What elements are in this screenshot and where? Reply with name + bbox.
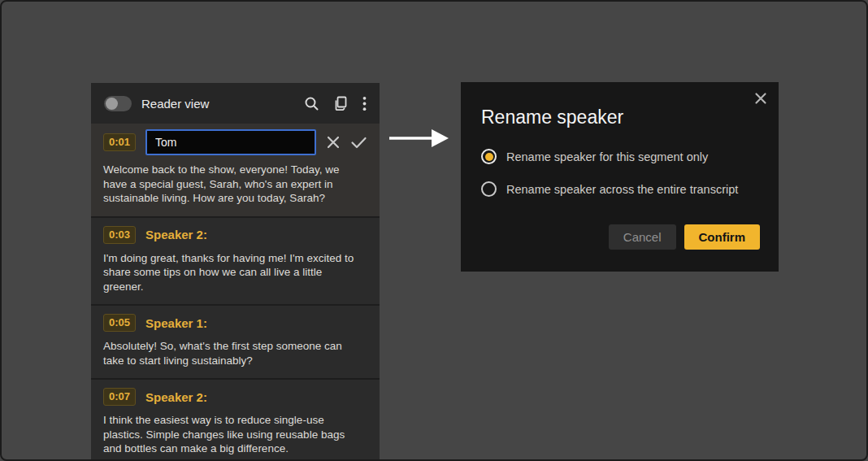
- search-icon[interactable]: [304, 96, 319, 111]
- overflow-menu-icon[interactable]: [362, 96, 367, 111]
- transcript-segment[interactable]: 0:03 Speaker 2: I'm doing great, thanks …: [91, 218, 380, 305]
- segment-text: I think the easiest way is to reduce sin…: [103, 413, 365, 456]
- rename-speaker-dialog: Rename speaker Rename speaker for this s…: [461, 82, 779, 272]
- radio-selected-icon: [481, 149, 497, 164]
- flow-arrow-icon: [387, 125, 452, 154]
- copy-icon[interactable]: [333, 96, 349, 111]
- app-screen: Reader view 0:01: [0, 0, 868, 461]
- radio-option-segment-only[interactable]: Rename speaker for this segment only: [481, 149, 758, 164]
- radio-option-label: Rename speaker for this segment only: [506, 150, 708, 163]
- transcript-segment[interactable]: 0:07 Speaker 2: I think the easiest way …: [91, 380, 380, 461]
- speaker-name-input[interactable]: [145, 129, 316, 155]
- timestamp-badge[interactable]: 0:01: [103, 133, 136, 151]
- timestamp-badge[interactable]: 0:05: [103, 314, 136, 332]
- reader-view-label: Reader view: [141, 97, 304, 111]
- dialog-buttons: Cancel Confirm: [609, 224, 760, 250]
- segment-text: Welcome back to the show, everyone! Toda…: [103, 163, 365, 206]
- radio-option-label: Rename speaker across the entire transcr…: [506, 183, 738, 196]
- radio-option-entire-transcript[interactable]: Rename speaker across the entire transcr…: [481, 181, 758, 197]
- transcript-panel: Reader view 0:01: [91, 83, 380, 461]
- timestamp-badge[interactable]: 0:07: [103, 388, 136, 406]
- timestamp-badge[interactable]: 0:03: [103, 226, 136, 244]
- dialog-title: Rename speaker: [481, 107, 758, 128]
- rename-scope-options: Rename speaker for this segment only Ren…: [481, 149, 758, 197]
- toggle-knob: [106, 98, 118, 110]
- confirm-button[interactable]: Confirm: [684, 224, 761, 250]
- transcript-segment-editing: 0:01 Welcome back to the show, everyone!…: [91, 124, 380, 216]
- segment-text: I'm doing great, thanks for having me! I…: [103, 251, 365, 294]
- cancel-button[interactable]: Cancel: [609, 224, 676, 250]
- confirm-edit-icon[interactable]: [350, 135, 367, 150]
- reader-view-toggle[interactable]: [104, 96, 132, 111]
- speaker-label[interactable]: Speaker 1:: [145, 316, 207, 330]
- radio-unselected-icon: [481, 181, 497, 197]
- segment-text: Absolutely! So, what's the first step so…: [103, 339, 365, 367]
- toolbar-icons: [304, 96, 367, 111]
- speaker-label[interactable]: Speaker 2:: [145, 390, 207, 404]
- dialog-close-icon[interactable]: [753, 91, 768, 106]
- transcript-segment[interactable]: 0:05 Speaker 1: Absolutely! So, what's t…: [91, 306, 380, 378]
- cancel-edit-icon[interactable]: [326, 135, 341, 150]
- speaker-label[interactable]: Speaker 2:: [145, 228, 207, 241]
- transcript-toolbar: Reader view: [91, 83, 380, 124]
